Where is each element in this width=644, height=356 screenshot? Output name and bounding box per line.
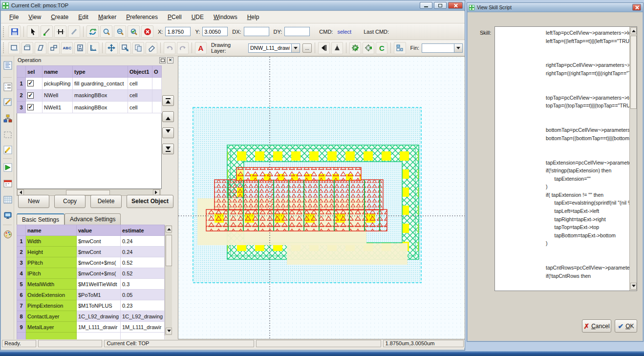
col-object1[interactable]: Object1 bbox=[128, 66, 152, 78]
row-checkbox[interactable]: ✓ bbox=[27, 80, 34, 86]
path-tool-button[interactable] bbox=[48, 42, 60, 54]
layer-browse-button[interactable]: ... bbox=[302, 43, 312, 53]
display-button[interactable] bbox=[2, 210, 13, 221]
scroll-down-button[interactable] bbox=[166, 328, 172, 335]
label-tool-button[interactable]: ABC bbox=[61, 42, 73, 54]
rounded-rect-tool-button[interactable] bbox=[21, 42, 33, 54]
pcell-param-button[interactable] bbox=[363, 42, 374, 54]
close-button[interactable] bbox=[448, 2, 463, 9]
redo-button[interactable] bbox=[177, 42, 189, 54]
refresh-button[interactable] bbox=[86, 25, 99, 38]
col-setting-name[interactable]: name bbox=[26, 225, 77, 236]
fin-input[interactable] bbox=[422, 43, 454, 53]
menu-marker[interactable]: Marker bbox=[94, 12, 121, 22]
row-checkbox[interactable]: ✓ bbox=[27, 92, 34, 99]
setting-row[interactable]: 4IPitch$mwCont+$ms(0.52 bbox=[17, 268, 165, 279]
col-setting-value[interactable]: value bbox=[77, 225, 121, 236]
menu-windows[interactable]: Windows bbox=[209, 12, 242, 22]
layout-view-button[interactable] bbox=[394, 42, 406, 54]
setting-row[interactable]: 7PimpExtension$M1ToNPLUS0.23 bbox=[17, 300, 165, 311]
col-object2[interactable]: O bbox=[152, 66, 162, 78]
zoom-fit-button[interactable] bbox=[128, 25, 140, 38]
drawing-layer-combo[interactable] bbox=[248, 43, 300, 53]
operation-row[interactable]: 2 ✓ NWell maskingBBox cell bbox=[17, 89, 162, 101]
run-button[interactable] bbox=[2, 162, 13, 172]
menu-create[interactable]: Create bbox=[46, 12, 73, 22]
report-list-button[interactable] bbox=[2, 60, 13, 70]
select-region-button[interactable] bbox=[2, 129, 13, 140]
col-name[interactable]: name bbox=[43, 66, 73, 78]
edit-cell-button[interactable] bbox=[2, 97, 13, 107]
copy-tool-button[interactable] bbox=[132, 42, 144, 54]
operation-row[interactable]: 1 ✓ pickupRing fill guardring_contact ce… bbox=[17, 78, 162, 89]
rect-tool-button[interactable] bbox=[8, 42, 20, 54]
move-tool-button[interactable] bbox=[106, 42, 117, 54]
drawing-layer-dropdown-button[interactable] bbox=[291, 43, 300, 53]
menu-edit[interactable]: Edit bbox=[74, 12, 93, 22]
copy-button[interactable]: Copy bbox=[54, 195, 86, 208]
palette-button[interactable] bbox=[2, 229, 13, 239]
menu-file[interactable]: File bbox=[5, 12, 23, 22]
delete-button[interactable]: Delete bbox=[90, 195, 122, 208]
undo-button[interactable] bbox=[164, 42, 175, 54]
setting-row[interactable]: 2Height$mwCont0.24 bbox=[17, 247, 165, 257]
tab-basic-settings[interactable]: Basic Settings bbox=[17, 213, 64, 225]
save-button[interactable] bbox=[8, 25, 21, 38]
pcell-eval-button[interactable] bbox=[349, 42, 361, 54]
grid-button[interactable] bbox=[2, 194, 13, 205]
stretch-h-button[interactable] bbox=[54, 25, 66, 38]
zoom-select-button[interactable] bbox=[100, 25, 112, 38]
float-panel-button[interactable] bbox=[159, 57, 166, 63]
scroll-up-button[interactable] bbox=[166, 226, 172, 232]
menu-preferences[interactable]: Preferences bbox=[122, 12, 162, 22]
vscroll-thumb[interactable] bbox=[630, 36, 637, 109]
menu-view[interactable]: View bbox=[24, 12, 45, 22]
stretch-tool-button[interactable] bbox=[119, 42, 131, 54]
pimp-region[interactable] bbox=[215, 180, 383, 210]
checklist-button[interactable] bbox=[2, 82, 13, 92]
draw-note-button[interactable] bbox=[2, 145, 13, 155]
tab-advance-settings[interactable]: Advance Settings bbox=[64, 213, 121, 225]
bottom-contact-row[interactable] bbox=[206, 209, 387, 231]
dx-input[interactable] bbox=[244, 27, 269, 36]
ok-button[interactable]: ✔ OK bbox=[615, 319, 637, 333]
move-row-up-button[interactable] bbox=[162, 111, 174, 122]
oxide-region2[interactable] bbox=[287, 243, 408, 265]
toolbar-grip2[interactable] bbox=[3, 42, 5, 53]
mirror-x-button[interactable] bbox=[318, 42, 330, 54]
move-row-bottom-button[interactable] bbox=[162, 144, 174, 154]
instance-tool-button[interactable] bbox=[74, 42, 86, 54]
hierarchy-button[interactable] bbox=[2, 113, 13, 124]
skill-script-view[interactable]: leftTap=pcCellView~>parameters~>leftTap … bbox=[494, 26, 637, 291]
line-tool-button[interactable] bbox=[41, 25, 53, 38]
setting-row[interactable]: 6OxideExtension$PoToM10.05 bbox=[17, 290, 165, 300]
x-input[interactable] bbox=[165, 27, 191, 36]
menu-pcell[interactable]: PCell bbox=[163, 12, 186, 22]
skill-vscrollbar[interactable] bbox=[629, 27, 637, 291]
y-input[interactable] bbox=[202, 27, 228, 36]
close-panel-button[interactable]: ✕ bbox=[167, 57, 173, 63]
move-row-down-button[interactable] bbox=[162, 127, 174, 138]
operation-row[interactable]: 3 ✓ NWell1 maskingBBox cell bbox=[17, 101, 162, 113]
setting-row[interactable]: 8ContactLayer1C_L92_drawing1C_L92_drawin… bbox=[17, 311, 165, 322]
polygon-tool-button[interactable] bbox=[35, 42, 46, 54]
taskbar[interactable] bbox=[0, 351, 644, 356]
toolbar-grip[interactable] bbox=[3, 26, 5, 37]
row-checkbox[interactable]: ✓ bbox=[27, 104, 34, 110]
attach-label-button[interactable]: A bbox=[195, 42, 207, 54]
ruler-tool-button[interactable] bbox=[87, 42, 99, 54]
cancel-button[interactable]: ✗ Cancel bbox=[582, 319, 611, 333]
new-button[interactable]: New bbox=[18, 195, 49, 208]
slash-tool-button[interactable] bbox=[68, 25, 80, 38]
minimize-button[interactable] bbox=[420, 2, 432, 9]
mirror-y-button[interactable] bbox=[331, 42, 343, 54]
schedule-button[interactable] bbox=[2, 178, 13, 188]
move-row-top-button[interactable] bbox=[162, 95, 174, 106]
scroll-down-button[interactable] bbox=[630, 283, 637, 290]
setting-row[interactable]: 3PPitch$mwCont+$ms(0.52 bbox=[17, 257, 165, 268]
layout-canvas[interactable] bbox=[178, 56, 465, 339]
compile-button[interactable]: C bbox=[376, 42, 387, 54]
skill-close-button[interactable] bbox=[632, 4, 641, 11]
drawing-layer-input[interactable] bbox=[248, 43, 291, 53]
dy-input[interactable] bbox=[284, 27, 310, 36]
